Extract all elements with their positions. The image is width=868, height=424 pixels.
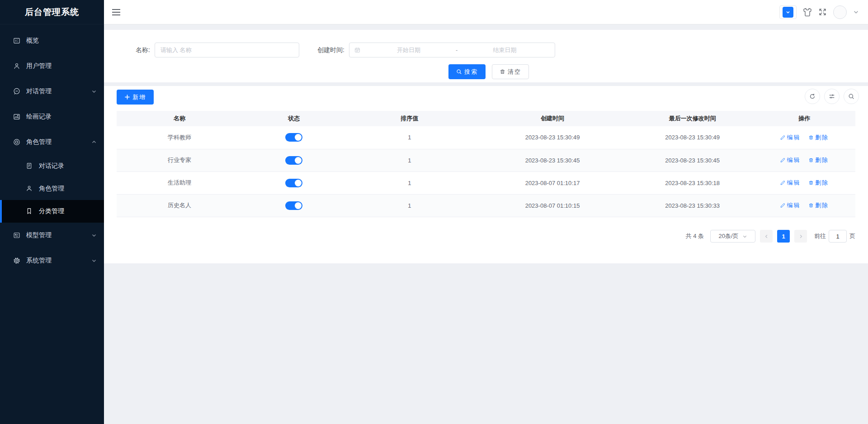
toggle-knob	[295, 157, 302, 164]
status-toggle[interactable]	[285, 201, 302, 210]
user-menu-chevron-icon[interactable]	[853, 9, 859, 15]
message-dropdown-button[interactable]	[779, 5, 797, 19]
status-toggle[interactable]	[285, 133, 302, 142]
fullscreen-icon[interactable]	[818, 8, 827, 16]
chevron-down-icon	[91, 258, 97, 263]
search-panel: 名称: 创建时间: - 搜索 清空	[104, 30, 868, 82]
sidebar: 后台管理系统 概览 用户管理 对话管理	[0, 0, 104, 424]
filter-row: 名称: 创建时间: -	[136, 43, 555, 57]
table-row: 历史名人 1 2023-08-07 01:10:15 2023-08-23 15…	[117, 194, 855, 217]
modified-time: 2023-08-23 15:30:45	[665, 157, 720, 164]
page-size-select[interactable]: 20条/页	[710, 230, 755, 243]
chevron-up-icon	[91, 139, 97, 145]
chat-icon	[13, 87, 21, 95]
refresh-icon[interactable]	[805, 89, 820, 104]
sidebar-item-label: 分类管理	[39, 207, 64, 215]
top-header	[104, 0, 868, 24]
delete-button[interactable]: 删除	[808, 179, 829, 187]
chevron-down-icon	[91, 89, 97, 94]
goto-page-input[interactable]	[829, 230, 847, 243]
category-name: 学科教师	[168, 134, 191, 141]
sidebar-subitem-chat-records[interactable]: 对话记录	[0, 155, 104, 177]
sidebar-item-label: 模型管理	[26, 231, 52, 239]
sidebar-item-conversations[interactable]: 对话管理	[0, 79, 104, 104]
pagination: 共 4 条 20条/页 1 前往 页	[686, 230, 855, 243]
modified-time: 2023-08-23 15:30:33	[665, 202, 720, 209]
trash-icon	[500, 69, 505, 75]
date-range-picker[interactable]: -	[349, 43, 555, 57]
total-count: 共 4 条	[686, 232, 704, 240]
sidebar-item-overview[interactable]: 概览	[0, 28, 104, 53]
add-button[interactable]: 新增	[117, 90, 154, 105]
user-icon	[25, 185, 33, 193]
document-icon	[25, 162, 33, 170]
delete-button[interactable]: 删除	[808, 201, 829, 210]
toggle-knob	[295, 180, 302, 186]
name-filter-input[interactable]	[155, 43, 299, 57]
clear-button[interactable]: 清空	[492, 64, 529, 79]
table-row: 生活助理 1 2023-08-07 01:10:17 2023-08-23 15…	[117, 172, 855, 194]
sidebar-subitem-role-management[interactable]: 角色管理	[0, 177, 104, 200]
table-row: 行业专家 1 2023-08-23 15:30:45 2023-08-23 15…	[117, 149, 855, 172]
table-panel: 新增 名称 状态 排序值 创建时间 最后一次修改时间	[104, 86, 868, 263]
plus-icon	[124, 94, 130, 100]
model-icon	[13, 231, 21, 239]
page-unit-label: 页	[849, 232, 855, 240]
edit-button[interactable]: 编辑	[780, 201, 800, 210]
sort-value: 1	[408, 202, 411, 209]
sidebar-item-users[interactable]: 用户管理	[0, 53, 104, 79]
sidebar-item-label: 对话记录	[39, 162, 64, 170]
delete-button[interactable]: 删除	[808, 133, 829, 142]
sidebar-item-label: 角色管理	[39, 185, 64, 193]
name-filter-label: 名称:	[136, 46, 150, 54]
edit-button[interactable]: 编辑	[780, 133, 800, 142]
sidebar-subitem-category-management[interactable]: 分类管理	[0, 200, 104, 223]
col-sort: 排序值	[346, 111, 474, 126]
app-title: 后台管理系统	[0, 0, 104, 24]
sidebar-item-label: 绘画记录	[26, 113, 52, 121]
density-settings-icon[interactable]	[824, 89, 840, 104]
chevron-down-icon	[91, 233, 97, 238]
sidebar-item-system[interactable]: 系统管理	[0, 248, 104, 273]
page-number-1[interactable]: 1	[777, 230, 790, 243]
next-page-button[interactable]	[794, 230, 807, 243]
goto-label: 前往	[814, 232, 826, 240]
time-filter-label: 创建时间:	[317, 46, 344, 54]
prev-page-button[interactable]	[760, 230, 773, 243]
edit-button[interactable]: 编辑	[780, 156, 800, 164]
sidebar-item-drawings[interactable]: 绘画记录	[0, 104, 104, 129]
category-name: 行业专家	[168, 157, 191, 163]
toggle-knob	[295, 202, 302, 209]
search-icon	[456, 69, 462, 75]
chevron-down-badge-icon	[783, 7, 793, 18]
col-modified: 最后一次修改时间	[632, 111, 754, 126]
role-icon	[13, 138, 21, 146]
start-date-input[interactable]	[363, 47, 454, 53]
created-time: 2023-08-23 15:30:45	[525, 157, 580, 164]
col-actions: 操作	[753, 111, 855, 126]
theme-shirt-icon[interactable]	[803, 8, 812, 17]
created-time: 2023-08-23 15:30:49	[525, 134, 580, 141]
col-status: 状态	[242, 111, 346, 126]
delete-button[interactable]: 删除	[808, 156, 829, 164]
sidebar-item-models[interactable]: 模型管理	[0, 223, 104, 248]
col-created: 创建时间	[473, 111, 632, 126]
sidebar-item-label: 角色管理	[26, 138, 52, 146]
status-toggle[interactable]	[285, 179, 302, 187]
collapse-sidebar-button[interactable]	[111, 8, 121, 16]
chevron-down-icon	[742, 234, 747, 239]
range-separator: -	[454, 47, 459, 53]
sort-value: 1	[408, 134, 411, 141]
table-body: 学科教师 1 2023-08-23 15:30:49 2023-08-23 15…	[117, 126, 855, 217]
search-button[interactable]: 搜索	[448, 64, 486, 79]
picture-icon	[13, 113, 21, 121]
status-toggle[interactable]	[285, 156, 302, 165]
toggle-knob	[295, 134, 302, 141]
edit-button[interactable]: 编辑	[780, 179, 800, 187]
table-tools	[805, 89, 859, 104]
sidebar-item-roles[interactable]: 角色管理	[0, 129, 104, 155]
end-date-input[interactable]	[459, 47, 550, 53]
bookmark-icon	[25, 207, 33, 215]
user-avatar[interactable]	[833, 5, 847, 19]
column-search-icon[interactable]	[844, 89, 859, 104]
